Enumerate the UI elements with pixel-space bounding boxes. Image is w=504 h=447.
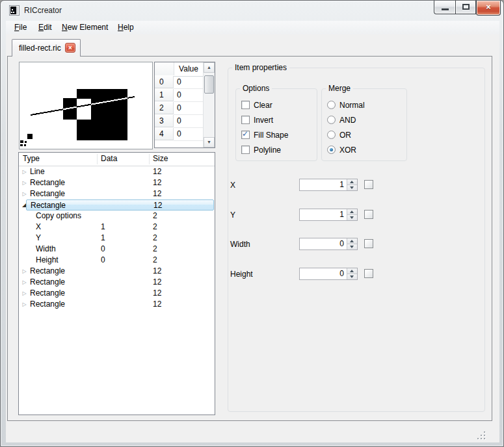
row-header[interactable]: 4 [155,128,174,140]
value-table-scrollbar[interactable]: ▲ ▼ [203,62,215,147]
tree-column-header-type[interactable]: Type [23,154,40,163]
table-row[interactable]: 20 [155,102,204,115]
y-checkbox[interactable] [364,210,373,219]
tree-row[interactable]: ◢Rectangle12 [19,199,215,211]
height-label: Height [230,270,253,279]
spin-down-button[interactable] [347,274,357,279]
checkbox-label: Invert [254,116,273,125]
tree-row[interactable]: ▷Rectangle12 [19,266,215,277]
radio-label: AND [339,116,356,125]
value-cell[interactable]: 0 [174,102,207,115]
close-button[interactable]: × [476,1,501,16]
tree-cell-size: 2 [153,222,157,233]
table-row[interactable]: 40 [155,128,204,141]
spin-up-button[interactable] [347,179,357,185]
spin-up-button[interactable] [347,209,357,214]
tree-row[interactable]: ▷Rectangle12 [19,177,215,188]
tree-row[interactable]: X12 [19,222,215,233]
scrollbar-thumb[interactable] [204,75,214,94]
height-checkbox[interactable] [364,269,373,278]
tree-column-header-data[interactable]: Data [101,154,117,163]
tree-cell-type: Rectangle [30,288,65,299]
minimize-icon [442,8,449,10]
tree-cell-data: 0 [101,244,105,255]
tree-cell-type: Rectangle [30,188,65,199]
app-window: RICcreator × FileEditNew ElementHelp fil… [0,0,504,447]
bitmap-preview-canvas[interactable] [19,62,153,149]
value-table-header[interactable]: Value [155,62,204,77]
y-spinbox[interactable]: 1 [299,209,358,221]
tree-cell-size: 12 [153,288,161,299]
spin-down-button[interactable] [347,244,357,249]
tree-row-content: Width02 [26,244,214,255]
value-cell[interactable]: 0 [174,76,207,89]
tree-row[interactable]: ▷Line12 [19,166,215,177]
row-header[interactable]: 0 [155,76,174,88]
width-spinbox[interactable]: 0 [299,238,358,250]
tree-row[interactable]: Width02 [19,244,215,255]
checkbox-invert[interactable] [241,116,250,124]
spin-up-button[interactable] [347,268,357,274]
tree-cell-size: 12 [153,200,162,211]
tree-cell-type: Rectangle [30,177,65,188]
spin-up-button[interactable] [347,238,357,244]
row-header[interactable]: 3 [155,115,174,127]
spin-down-button[interactable] [347,185,357,190]
tree-row[interactable]: Y12 [19,233,215,244]
x-value[interactable]: 1 [300,179,347,190]
tree-row[interactable]: ▷Rectangle12 [19,299,215,310]
menu-item-edit[interactable]: Edit [38,23,52,32]
spin-buttons [347,268,357,279]
height-value[interactable]: 0 [300,268,347,279]
menu-item-file[interactable]: File [14,23,27,32]
minimize-button[interactable] [434,1,455,14]
spin-down-button[interactable] [347,214,357,220]
tree-row[interactable]: ▷Rectangle12 [19,188,215,199]
value-cell[interactable]: 0 [174,128,207,141]
scroll-down-icon[interactable]: ▼ [204,137,215,147]
tree-column-header-size[interactable]: Size [153,154,168,163]
value-cell[interactable]: 0 [174,115,207,128]
spin-up-icon [350,181,354,183]
x-checkbox[interactable] [364,180,373,189]
tab-page: Value 0010203040 ▲ ▼ TypeDataSize ▷Line1… [7,56,492,421]
checkbox-label: Polyline [254,146,281,155]
tree-cell-type: Rectangle [30,277,65,288]
resize-grip[interactable] [476,430,485,439]
spin-up-icon [350,270,354,272]
tree-cell-type: Rectangle [30,299,65,310]
value-cell[interactable]: 0 [174,89,207,102]
spin-up-icon [350,240,354,242]
width-value[interactable]: 0 [300,238,347,249]
width-checkbox[interactable] [364,239,373,248]
table-row[interactable]: 10 [155,89,204,102]
x-spinbox[interactable]: 1 [299,179,358,191]
tree-row[interactable]: Height02 [19,255,215,266]
height-spinbox[interactable]: 0 [299,268,358,280]
value-column-header[interactable]: Value [174,64,204,73]
scroll-up-icon[interactable]: ▲ [204,62,215,73]
radio-and[interactable] [327,116,336,124]
value-table-corner [155,62,174,75]
app-icon [9,5,20,16]
radio-xor[interactable] [327,146,336,154]
radio-or[interactable] [327,131,336,139]
menu-item-new-element[interactable]: New Element [62,23,108,32]
menu-item-help[interactable]: Help [118,23,134,32]
maximize-button[interactable] [455,1,476,14]
row-header[interactable]: 1 [155,89,174,101]
y-value[interactable]: 1 [300,209,347,220]
checkbox-fill-shape[interactable]: ✓ [241,131,250,139]
tab-filled-rect[interactable]: filled-rect.ric × [12,39,81,57]
table-row[interactable]: 30 [155,115,204,128]
tree-row[interactable]: ▷Rectangle12 [19,277,215,288]
row-header[interactable]: 2 [155,102,174,114]
checkbox-polyline[interactable] [241,146,250,154]
title-bar[interactable]: RICcreator × [1,1,503,21]
table-row[interactable]: 00 [155,76,204,89]
radio-normal[interactable] [327,101,336,109]
tree-row[interactable]: ▷Rectangle12 [19,288,215,299]
tab-close-button[interactable]: × [65,43,75,53]
checkbox-clear[interactable] [241,101,250,109]
tree-row[interactable]: Copy options2 [19,211,215,222]
